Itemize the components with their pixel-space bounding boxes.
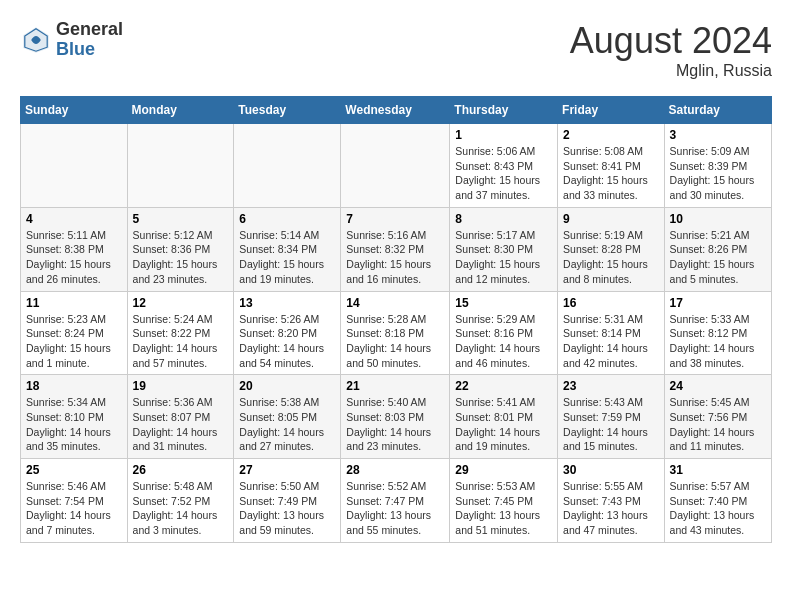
day-number: 9 <box>563 212 659 226</box>
logo-general: General <box>56 20 123 40</box>
day-info: Sunrise: 5:36 AMSunset: 8:07 PMDaylight:… <box>133 395 229 454</box>
day-info: Sunrise: 5:06 AMSunset: 8:43 PMDaylight:… <box>455 144 552 203</box>
day-header-sunday: Sunday <box>21 97 128 124</box>
day-number: 3 <box>670 128 766 142</box>
day-info: Sunrise: 5:26 AMSunset: 8:20 PMDaylight:… <box>239 312 335 371</box>
day-info: Sunrise: 5:19 AMSunset: 8:28 PMDaylight:… <box>563 228 659 287</box>
day-number: 10 <box>670 212 766 226</box>
calendar-cell: 2Sunrise: 5:08 AMSunset: 8:41 PMDaylight… <box>558 124 665 208</box>
day-number: 22 <box>455 379 552 393</box>
day-number: 31 <box>670 463 766 477</box>
calendar-cell: 1Sunrise: 5:06 AMSunset: 8:43 PMDaylight… <box>450 124 558 208</box>
day-number: 5 <box>133 212 229 226</box>
calendar-cell: 9Sunrise: 5:19 AMSunset: 8:28 PMDaylight… <box>558 207 665 291</box>
calendar-cell: 31Sunrise: 5:57 AMSunset: 7:40 PMDayligh… <box>664 459 771 543</box>
day-number: 2 <box>563 128 659 142</box>
day-info: Sunrise: 5:34 AMSunset: 8:10 PMDaylight:… <box>26 395 122 454</box>
day-header-saturday: Saturday <box>664 97 771 124</box>
day-info: Sunrise: 5:29 AMSunset: 8:16 PMDaylight:… <box>455 312 552 371</box>
day-number: 20 <box>239 379 335 393</box>
calendar-cell: 8Sunrise: 5:17 AMSunset: 8:30 PMDaylight… <box>450 207 558 291</box>
page-header: General Blue August 2024 Mglin, Russia <box>20 20 772 80</box>
day-info: Sunrise: 5:21 AMSunset: 8:26 PMDaylight:… <box>670 228 766 287</box>
day-info: Sunrise: 5:33 AMSunset: 8:12 PMDaylight:… <box>670 312 766 371</box>
day-number: 21 <box>346 379 444 393</box>
day-number: 14 <box>346 296 444 310</box>
day-number: 8 <box>455 212 552 226</box>
calendar-week-0: 1Sunrise: 5:06 AMSunset: 8:43 PMDaylight… <box>21 124 772 208</box>
day-number: 13 <box>239 296 335 310</box>
day-number: 28 <box>346 463 444 477</box>
calendar-cell: 10Sunrise: 5:21 AMSunset: 8:26 PMDayligh… <box>664 207 771 291</box>
day-number: 6 <box>239 212 335 226</box>
calendar-cell <box>21 124 128 208</box>
title-block: August 2024 Mglin, Russia <box>570 20 772 80</box>
day-info: Sunrise: 5:14 AMSunset: 8:34 PMDaylight:… <box>239 228 335 287</box>
calendar-table: SundayMondayTuesdayWednesdayThursdayFrid… <box>20 96 772 543</box>
day-header-thursday: Thursday <box>450 97 558 124</box>
calendar-cell: 18Sunrise: 5:34 AMSunset: 8:10 PMDayligh… <box>21 375 128 459</box>
day-info: Sunrise: 5:53 AMSunset: 7:45 PMDaylight:… <box>455 479 552 538</box>
calendar-cell: 30Sunrise: 5:55 AMSunset: 7:43 PMDayligh… <box>558 459 665 543</box>
day-info: Sunrise: 5:40 AMSunset: 8:03 PMDaylight:… <box>346 395 444 454</box>
calendar-cell: 20Sunrise: 5:38 AMSunset: 8:05 PMDayligh… <box>234 375 341 459</box>
calendar-cell: 19Sunrise: 5:36 AMSunset: 8:07 PMDayligh… <box>127 375 234 459</box>
logo-icon <box>20 24 52 56</box>
day-info: Sunrise: 5:50 AMSunset: 7:49 PMDaylight:… <box>239 479 335 538</box>
calendar-cell: 27Sunrise: 5:50 AMSunset: 7:49 PMDayligh… <box>234 459 341 543</box>
calendar-week-1: 4Sunrise: 5:11 AMSunset: 8:38 PMDaylight… <box>21 207 772 291</box>
day-info: Sunrise: 5:31 AMSunset: 8:14 PMDaylight:… <box>563 312 659 371</box>
calendar-cell: 14Sunrise: 5:28 AMSunset: 8:18 PMDayligh… <box>341 291 450 375</box>
day-number: 18 <box>26 379 122 393</box>
day-number: 23 <box>563 379 659 393</box>
day-info: Sunrise: 5:09 AMSunset: 8:39 PMDaylight:… <box>670 144 766 203</box>
day-info: Sunrise: 5:55 AMSunset: 7:43 PMDaylight:… <box>563 479 659 538</box>
day-info: Sunrise: 5:41 AMSunset: 8:01 PMDaylight:… <box>455 395 552 454</box>
days-header-row: SundayMondayTuesdayWednesdayThursdayFrid… <box>21 97 772 124</box>
calendar-week-2: 11Sunrise: 5:23 AMSunset: 8:24 PMDayligh… <box>21 291 772 375</box>
calendar-cell: 21Sunrise: 5:40 AMSunset: 8:03 PMDayligh… <box>341 375 450 459</box>
day-info: Sunrise: 5:24 AMSunset: 8:22 PMDaylight:… <box>133 312 229 371</box>
calendar-cell: 25Sunrise: 5:46 AMSunset: 7:54 PMDayligh… <box>21 459 128 543</box>
day-header-tuesday: Tuesday <box>234 97 341 124</box>
day-info: Sunrise: 5:45 AMSunset: 7:56 PMDaylight:… <box>670 395 766 454</box>
day-number: 27 <box>239 463 335 477</box>
calendar-cell: 29Sunrise: 5:53 AMSunset: 7:45 PMDayligh… <box>450 459 558 543</box>
day-info: Sunrise: 5:11 AMSunset: 8:38 PMDaylight:… <box>26 228 122 287</box>
day-info: Sunrise: 5:16 AMSunset: 8:32 PMDaylight:… <box>346 228 444 287</box>
day-info: Sunrise: 5:48 AMSunset: 7:52 PMDaylight:… <box>133 479 229 538</box>
calendar-location: Mglin, Russia <box>570 62 772 80</box>
day-number: 12 <box>133 296 229 310</box>
calendar-cell: 12Sunrise: 5:24 AMSunset: 8:22 PMDayligh… <box>127 291 234 375</box>
calendar-cell: 4Sunrise: 5:11 AMSunset: 8:38 PMDaylight… <box>21 207 128 291</box>
calendar-cell: 24Sunrise: 5:45 AMSunset: 7:56 PMDayligh… <box>664 375 771 459</box>
day-info: Sunrise: 5:52 AMSunset: 7:47 PMDaylight:… <box>346 479 444 538</box>
calendar-title: August 2024 <box>570 20 772 62</box>
calendar-cell: 6Sunrise: 5:14 AMSunset: 8:34 PMDaylight… <box>234 207 341 291</box>
day-number: 7 <box>346 212 444 226</box>
day-number: 30 <box>563 463 659 477</box>
day-header-wednesday: Wednesday <box>341 97 450 124</box>
calendar-cell: 5Sunrise: 5:12 AMSunset: 8:36 PMDaylight… <box>127 207 234 291</box>
day-number: 24 <box>670 379 766 393</box>
day-number: 15 <box>455 296 552 310</box>
calendar-cell: 23Sunrise: 5:43 AMSunset: 7:59 PMDayligh… <box>558 375 665 459</box>
day-header-monday: Monday <box>127 97 234 124</box>
calendar-cell: 26Sunrise: 5:48 AMSunset: 7:52 PMDayligh… <box>127 459 234 543</box>
calendar-cell: 17Sunrise: 5:33 AMSunset: 8:12 PMDayligh… <box>664 291 771 375</box>
day-info: Sunrise: 5:38 AMSunset: 8:05 PMDaylight:… <box>239 395 335 454</box>
day-info: Sunrise: 5:57 AMSunset: 7:40 PMDaylight:… <box>670 479 766 538</box>
calendar-cell <box>341 124 450 208</box>
logo-text: General Blue <box>56 20 123 60</box>
day-number: 16 <box>563 296 659 310</box>
calendar-cell: 3Sunrise: 5:09 AMSunset: 8:39 PMDaylight… <box>664 124 771 208</box>
calendar-cell: 28Sunrise: 5:52 AMSunset: 7:47 PMDayligh… <box>341 459 450 543</box>
day-number: 19 <box>133 379 229 393</box>
day-number: 11 <box>26 296 122 310</box>
day-number: 25 <box>26 463 122 477</box>
day-header-friday: Friday <box>558 97 665 124</box>
day-number: 29 <box>455 463 552 477</box>
calendar-body: 1Sunrise: 5:06 AMSunset: 8:43 PMDaylight… <box>21 124 772 543</box>
day-info: Sunrise: 5:43 AMSunset: 7:59 PMDaylight:… <box>563 395 659 454</box>
day-info: Sunrise: 5:12 AMSunset: 8:36 PMDaylight:… <box>133 228 229 287</box>
